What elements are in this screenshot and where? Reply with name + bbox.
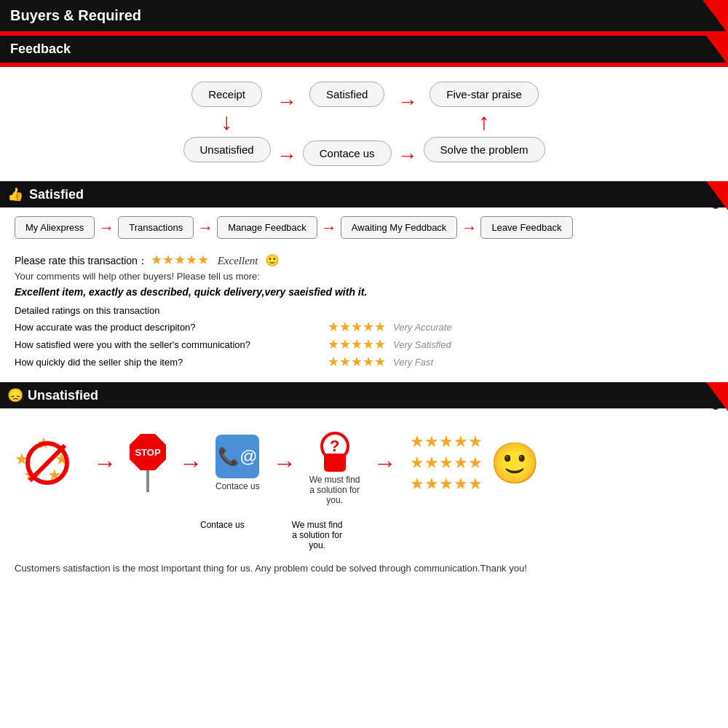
feedback-flow-section: Receipt ↓ Unsatisfied → → Satisfied Cont… <box>0 67 728 181</box>
solution-label: We must find a solution for you. <box>309 475 360 505</box>
solve-problem-box: Solve the problem <box>424 137 545 162</box>
bottom-arrow-2: → <box>179 451 202 475</box>
detail-value-2: Very Satisfied <box>393 339 451 350</box>
detail-stars-2: ★★★★★ <box>328 336 386 352</box>
detail-stars-1: ★★★★★ <box>328 319 386 335</box>
stars-grid: ★★★★★ ★★★★★ ★★★★★ <box>410 432 483 494</box>
bottom-flow: ★ ★ ★ ★ ★ → STOP → 📞@ Contace us <box>15 421 713 505</box>
detail-label-1: How accurate was the product descripiton… <box>15 322 320 333</box>
detail-value-1: Very Accurate <box>393 322 452 333</box>
review-text: Excellent item, exactly as described, qu… <box>15 286 713 298</box>
stars-row-1: ★★★★★ <box>410 432 483 451</box>
bottom-arrow-4: → <box>373 451 397 475</box>
contact-us-box: Contace us <box>303 141 392 166</box>
stop-sign: STOP <box>130 434 166 470</box>
excellent-label: Excellent <box>218 255 258 266</box>
nav-arrow-2: → <box>197 218 213 237</box>
top-header: Buyers & Required <box>0 0 728 31</box>
detail-stars-3: ★★★★★ <box>328 354 386 370</box>
detail-row-2: How satisfied were you with the seller's… <box>15 336 713 352</box>
nav-step-3: Manage Feedback <box>217 216 317 239</box>
feedback-title: Feedback <box>10 41 71 57</box>
smiley-big-icon: 🙂 <box>490 440 540 487</box>
arrow-down: ↓ <box>221 108 233 135</box>
rating-prompt: Please rate this transaction： <box>15 255 148 266</box>
arrow-up: ↑ <box>478 108 490 135</box>
satisfied-flow-box: Satisfied <box>309 82 385 107</box>
no-circle <box>25 441 69 485</box>
nav-arrow-4: → <box>461 218 477 237</box>
stop-pole: STOP <box>130 434 166 492</box>
question-block: ? We must find a solution for you. <box>309 421 360 505</box>
unsatisfied-header: 😞 Unsatisfied <box>0 382 728 408</box>
flow-col-right: Five-star praise ↑ Solve the problem <box>424 82 545 162</box>
bottom-arrow-1: → <box>93 451 116 475</box>
contact-text-label: Contace us <box>200 520 245 530</box>
nav-arrow-1: → <box>98 218 114 237</box>
flow-col-left: Receipt ↓ Unsatisfied <box>183 82 271 162</box>
unsatisfied-emoji: 😞 <box>7 387 23 403</box>
arrow-right-5: → <box>397 146 418 166</box>
nav-step-4: Awaiting My Feddback <box>341 216 458 239</box>
bottom-arrow-3: → <box>273 451 296 475</box>
pole-line <box>146 470 149 492</box>
detailed-title: Detailed ratings on this transaction <box>15 305 713 316</box>
detail-row-3: How quickly did the seller ship the item… <box>15 354 713 370</box>
detail-row-1: How accurate was the product descripiton… <box>15 319 713 335</box>
receipt-box: Receipt <box>191 82 262 107</box>
nav-step-2: Transactions <box>118 216 194 239</box>
detail-label-2: How satisfied were you with the seller's… <box>15 339 320 350</box>
arrow-right-2: → <box>397 92 418 112</box>
no-stars-icon: ★ ★ ★ ★ ★ <box>15 434 80 492</box>
question-body <box>324 454 346 472</box>
contact-block: 📞@ Contace us <box>215 435 260 491</box>
detail-label-3: How quickly did the seller ship the item… <box>15 357 320 368</box>
satisfied-emoji: 👍 <box>7 186 23 202</box>
nav-step-1: My Aliexpress <box>15 216 95 239</box>
flow-col-mid: Satisfied Contace us <box>303 82 392 166</box>
stars-grid-block: ★★★★★ ★★★★★ ★★★★★ <box>410 432 483 494</box>
detailed-ratings: Detailed ratings on this transaction How… <box>15 305 713 370</box>
bottom-text: Customers satisfaction is the most impor… <box>15 561 713 584</box>
unsatisfied-title: Unsatisfied <box>28 388 98 403</box>
rating-stars: ★★★★★ <box>151 253 209 267</box>
flow-diagram: Receipt ↓ Unsatisfied → → Satisfied Cont… <box>7 82 721 166</box>
arrow-right-4: → <box>277 146 297 166</box>
stop-sign-block: STOP <box>130 434 166 492</box>
unsatisfied-content: ★ ★ ★ ★ ★ → STOP → 📞@ Contace us <box>0 406 728 595</box>
detail-value-3: Very Fast <box>393 357 433 368</box>
arrow-right-1: → <box>277 92 297 112</box>
contact-icon: 📞@ <box>215 435 259 478</box>
nav-steps: My Aliexpress → Transactions → Manage Fe… <box>15 216 713 239</box>
comments-prompt: Your comments will help other buyers! Pl… <box>15 271 713 282</box>
smiley-face: 🙂 <box>265 254 280 266</box>
stars-row-2: ★★★★★ <box>410 454 483 472</box>
satisfied-header: 👍 Satisfied <box>0 181 728 207</box>
smiley-block: 🙂 <box>490 440 540 487</box>
stars-row-3: ★★★★★ <box>410 475 483 494</box>
five-star-box: Five-star praise <box>430 82 538 107</box>
contact-label: Contace us <box>215 481 260 491</box>
top-header-title: Buyers & Required <box>10 7 141 24</box>
nav-step-5: Leave Feedback <box>480 216 572 239</box>
solution-text-label: We must finda solution foryou. <box>292 520 343 550</box>
satisfied-title: Satisfied <box>29 187 84 202</box>
satisfied-content: My Aliexpress → Transactions → Manage Fe… <box>0 205 728 382</box>
rating-line: Please rate this transaction： ★★★★★ Exce… <box>15 252 713 268</box>
unsatisfied-box: Unsatisfied <box>183 137 271 162</box>
nav-arrow-3: → <box>321 218 337 237</box>
feedback-header: Feedback <box>0 36 728 63</box>
no-stars-block: ★ ★ ★ ★ ★ <box>15 434 80 492</box>
question-person-icon: ? <box>313 421 357 472</box>
